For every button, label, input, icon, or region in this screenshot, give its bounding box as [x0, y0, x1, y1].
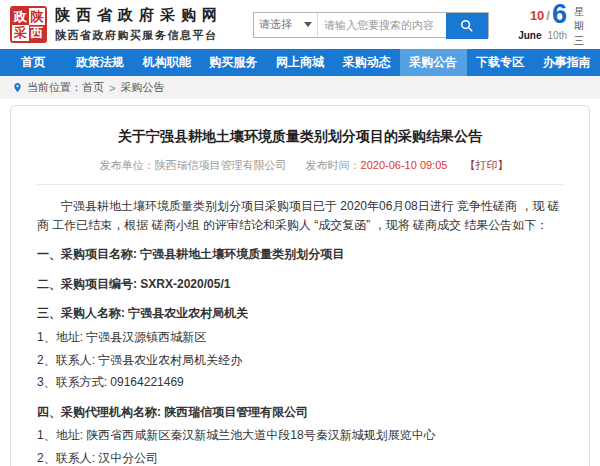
date-widget: 10 / 6 June 10th 星期三: [518, 1, 590, 49]
search-category-select[interactable]: 请选择: [254, 13, 318, 37]
article-body: 宁强县耕地土壤环境质量类别划分项目采购项目已于 2020年06月08日进行 竞争…: [37, 185, 563, 466]
agency-contact: 2、联系人: 汉中分公司: [37, 449, 563, 466]
site-subtitle: 陕西省政府购买服务信息平台: [55, 28, 223, 43]
article-meta: 发布单位：陕西瑞信项目管理有限公司 发布时间：2020-06-10 09:05 …: [37, 158, 563, 185]
article-intro-paragraph: 宁强县耕地土壤环境质量类别划分项目采购项目已于 2020年06月08日进行 竞争…: [37, 197, 563, 234]
site-logo[interactable]: 政 陕 采 西: [10, 6, 47, 43]
nav-item-guide[interactable]: 办事指南: [533, 49, 600, 76]
date-day-small: 10: [530, 9, 544, 22]
breadcrumb-label: 当前位置：: [27, 80, 82, 95]
magnifier-icon: [460, 19, 474, 33]
search-category-value: 请选择: [259, 17, 292, 32]
logo-char: 西: [29, 25, 46, 42]
publisher-label: 发布单位：: [100, 159, 155, 171]
article-title: 关于宁强县耕地土壤环境质量类别划分项目的采购结果公告: [37, 128, 563, 146]
breadcrumb-current[interactable]: 采购公告: [120, 80, 164, 95]
nav-item-procurement-news[interactable]: 采购动态: [333, 49, 400, 76]
section-purchaser-name: 三、采购人名称: 宁强县农业农村局机关: [37, 304, 563, 323]
breadcrumb-home-link[interactable]: 首页: [82, 80, 104, 95]
breadcrumb-separator: >: [109, 82, 115, 94]
site-titles: 陕西省政府采购网 陕西省政府购买服务信息平台: [55, 6, 223, 43]
print-button[interactable]: 【打印】: [464, 159, 508, 171]
purchaser-phone: 3、联系方式: 09164221469: [37, 373, 563, 392]
publisher-value: 陕西瑞信项目管理有限公司: [155, 159, 287, 171]
logo-char: 采: [12, 25, 29, 42]
search-area: 请选择: [253, 12, 489, 38]
nav-item-downloads[interactable]: 下载专区: [467, 49, 534, 76]
search-button[interactable]: [446, 13, 488, 39]
nav-item-online-mall[interactable]: 网上商城: [267, 49, 334, 76]
chevron-down-icon: [304, 22, 312, 27]
date-separator: /: [546, 9, 550, 22]
section-project-name: 一、采购项目名称: 宁强县耕地土壤环境质量类别划分项目: [37, 245, 563, 264]
breadcrumb: 当前位置： 首页 > 采购公告: [0, 76, 600, 99]
purchaser-address: 1、地址: 宁强县汉源镇西城新区: [37, 328, 563, 347]
search-input[interactable]: [318, 13, 446, 37]
search-box: 请选择: [253, 12, 489, 38]
nav-item-functions[interactable]: 机构职能: [133, 49, 200, 76]
publish-time-label: 发布时间：: [306, 159, 361, 171]
logo-char: 政: [12, 8, 29, 25]
map-pin-icon: [12, 82, 23, 93]
agency-address: 1、地址: 陕西省西咸新区秦汉新城兰池大道中段18号秦汉新城规划展览中心: [37, 426, 563, 445]
site-header: 政 陕 采 西 陕西省政府采购网 陕西省政府购买服务信息平台 请选择 10: [0, 0, 600, 49]
nav-item-policies[interactable]: 政策法规: [67, 49, 134, 76]
main-nav: 首页 政策法规 机构职能 购买服务 网上商城 采购动态 采购公告 下载专区 办事…: [0, 49, 600, 76]
date-month: June: [518, 30, 541, 41]
date-day-big: 6: [552, 1, 567, 28]
nav-item-purchase-services[interactable]: 购买服务: [200, 49, 267, 76]
article-card: 关于宁强县耕地土壤环境质量类别划分项目的采购结果公告 发布单位：陕西瑞信项目管理…: [10, 105, 590, 466]
publish-time-value: 2020-06-10 09:05: [361, 159, 448, 171]
site-name: 陕西省政府采购网: [55, 6, 223, 25]
logo-char: 陕: [29, 8, 46, 25]
section-agency-name: 四、采购代理机构名称: 陕西瑞信项目管理有限公司: [37, 403, 563, 422]
section-project-number: 二、采购项目编号: SXRX-2020/05/1: [37, 275, 563, 294]
nav-item-procurement-announcements[interactable]: 采购公告: [400, 49, 467, 76]
nav-item-home[interactable]: 首页: [0, 49, 67, 76]
date-weekday: 星期三: [574, 5, 586, 49]
date-ordinal: 10th: [548, 30, 567, 41]
purchaser-contact: 2、联系人: 宁强县农业农村局机关经办: [37, 351, 563, 370]
